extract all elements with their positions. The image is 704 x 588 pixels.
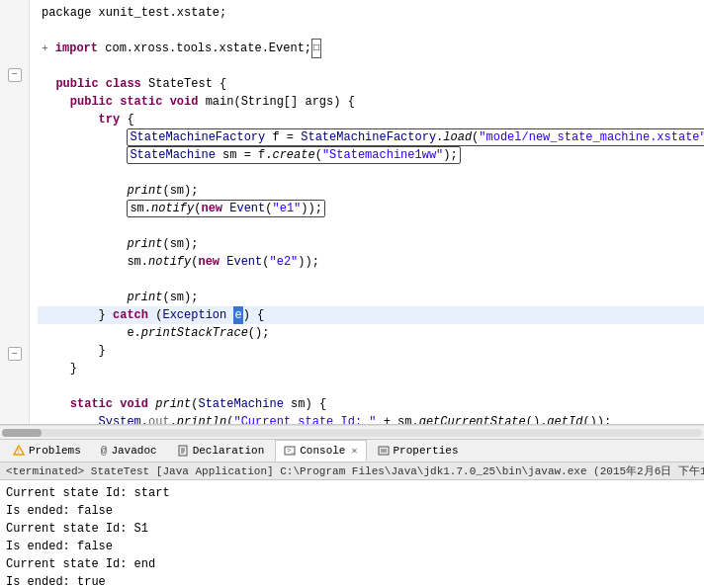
page-icon bbox=[177, 445, 189, 457]
code-line: sm.notify(new Event("e1")); bbox=[38, 200, 704, 217]
code-line: StateMachine sm = f.create("Statemachine… bbox=[38, 146, 704, 164]
tab-problems-label: Problems bbox=[29, 445, 81, 457]
tab-properties-label: Properties bbox=[394, 445, 459, 457]
code-line bbox=[38, 271, 704, 289]
console-line: Current state Id: start bbox=[6, 484, 698, 502]
tab-console[interactable]: >_ Console ✕ bbox=[275, 440, 366, 462]
tab-properties[interactable]: Properties bbox=[369, 440, 468, 462]
tab-declaration-label: Declaration bbox=[193, 445, 265, 457]
console-icon: >_ bbox=[284, 445, 296, 457]
code-line: print(sm); bbox=[38, 235, 704, 253]
console-line: Is ended: false bbox=[6, 502, 698, 520]
tab-console-label: Console bbox=[300, 445, 345, 457]
tab-console-close[interactable]: ✕ bbox=[351, 445, 357, 457]
code-line bbox=[38, 217, 704, 235]
code-line: public class StateTest { bbox=[38, 75, 704, 93]
console-line: Is ended: false bbox=[6, 538, 698, 555]
code-line bbox=[38, 378, 704, 395]
warning-icon: ! bbox=[13, 445, 25, 457]
svg-rect-8 bbox=[379, 447, 389, 455]
status-text: <terminated> StateTest [Java Application… bbox=[6, 465, 704, 477]
code-line: System.out.println("Current state Id: " … bbox=[38, 413, 704, 424]
console-line: Is ended: true bbox=[6, 573, 698, 588]
console-line: Current state Id: end bbox=[6, 555, 698, 573]
console-line: Current state Id: S1 bbox=[6, 520, 698, 538]
tab-problems[interactable]: ! Problems bbox=[4, 440, 90, 462]
status-bar: <terminated> StateTest [Java Application… bbox=[0, 462, 704, 480]
tab-javadoc-label: Javadoc bbox=[111, 445, 156, 457]
collapse-class-btn[interactable]: − bbox=[8, 68, 22, 82]
code-line: print(sm); bbox=[38, 182, 704, 200]
code-line: static void print(StateMachine sm) { bbox=[38, 395, 704, 413]
code-line: + import com.xross.tools.xstate.Event;□ bbox=[38, 40, 704, 57]
svg-text:>_: >_ bbox=[287, 447, 296, 455]
gutter: − − bbox=[0, 0, 30, 424]
horizontal-scrollbar[interactable] bbox=[0, 425, 704, 439]
code-line: } bbox=[38, 342, 704, 360]
tab-declaration[interactable]: Declaration bbox=[168, 440, 274, 462]
tab-javadoc[interactable]: @ Javadoc bbox=[92, 440, 166, 462]
code-line: try { bbox=[38, 111, 704, 128]
code-line bbox=[38, 57, 704, 75]
code-line: sm.notify(new Event("e2")); bbox=[38, 253, 704, 271]
code-content[interactable]: package xunit_test.xstate; + import com.… bbox=[30, 0, 704, 424]
code-line: package xunit_test.xstate; bbox=[38, 4, 704, 22]
list-icon bbox=[378, 445, 390, 457]
code-line bbox=[38, 22, 704, 40]
code-line bbox=[38, 164, 704, 182]
code-line: } catch (Exception e) { bbox=[38, 306, 704, 324]
console-output: Current state Id: start Is ended: false … bbox=[0, 480, 704, 588]
at-icon: @ bbox=[101, 445, 108, 457]
code-line: e.printStackTrace(); bbox=[38, 324, 704, 342]
code-line: StateMachineFactory f = StateMachineFact… bbox=[38, 128, 704, 146]
collapse-print-btn[interactable]: − bbox=[8, 347, 22, 361]
tab-bar: ! Problems @ Javadoc Declaration >_ Cons… bbox=[0, 439, 704, 462]
code-editor: − − packag bbox=[0, 0, 704, 425]
svg-text:!: ! bbox=[16, 448, 20, 456]
code-line: } bbox=[38, 360, 704, 378]
code-line: print(sm); bbox=[38, 289, 704, 306]
code-line: public static void main(String[] args) { bbox=[38, 93, 704, 111]
